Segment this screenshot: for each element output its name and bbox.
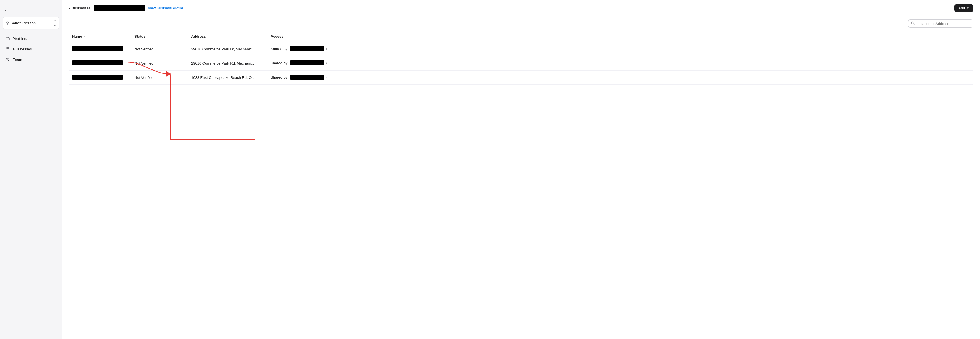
add-button-label: Add bbox=[958, 6, 965, 10]
header-title-bar: View Business Profile bbox=[94, 5, 951, 11]
cell-address-1: 29010 Commerce Park Dr, Mechanic... bbox=[188, 42, 268, 56]
col-status-label: Status bbox=[134, 34, 146, 38]
back-arrow-icon: ‹ bbox=[69, 6, 71, 11]
add-button[interactable]: Add ▼ bbox=[955, 4, 973, 12]
address-text-2: 29010 Commerce Park Rd, Mechani... bbox=[191, 61, 254, 65]
apple-icon:  bbox=[5, 6, 6, 12]
address-text-1: 29010 Commerce Park Dr, Mechanic... bbox=[191, 47, 255, 51]
cell-name-2 bbox=[69, 56, 132, 71]
svg-point-5 bbox=[6, 47, 6, 48]
header: ‹ Businesses View Business Profile Add ▼ bbox=[62, 0, 980, 16]
chevron-down-icon: ⌃⌄ bbox=[54, 19, 56, 27]
sidebar-item-team-label: Team bbox=[13, 57, 22, 62]
svg-line-11 bbox=[914, 24, 915, 25]
shared-by-text-2: Shared by bbox=[270, 61, 287, 65]
table-container: Name ↑ Status Address Access bbox=[62, 31, 980, 339]
cell-status-2: Not Verified bbox=[132, 56, 188, 71]
apple-logo-area:  bbox=[0, 3, 62, 16]
location-picker[interactable]: ⚲ Select Location ⌃⌄ bbox=[3, 17, 59, 29]
table-body: Not Verified 29010 Commerce Park Dr, Mec… bbox=[69, 42, 973, 85]
business-name-redacted bbox=[94, 5, 145, 11]
name-redacted-2 bbox=[72, 60, 123, 65]
cell-access-3: Shared by › bbox=[268, 71, 973, 84]
table-row: Not Verified 1038 East Chesapeake Beach … bbox=[69, 71, 973, 85]
view-business-profile-link[interactable]: View Business Profile bbox=[148, 6, 183, 10]
svg-point-7 bbox=[6, 49, 6, 50]
sidebar:  ⚲ Select Location ⌃⌄ Yext Inc. bbox=[0, 0, 62, 339]
svg-point-9 bbox=[8, 58, 10, 59]
cell-address-2: 29010 Commerce Park Rd, Mechani... bbox=[188, 56, 268, 71]
shared-by-text-1: Shared by bbox=[270, 47, 287, 51]
location-icon: ⚲ bbox=[6, 21, 9, 25]
location-picker-label: Select Location bbox=[11, 21, 52, 25]
cell-name-3 bbox=[69, 71, 132, 85]
sidebar-item-yext-label: Yext Inc. bbox=[13, 37, 27, 41]
access-redacted-1 bbox=[290, 46, 324, 51]
access-redacted-3 bbox=[290, 75, 324, 80]
row-chevron-1[interactable]: › bbox=[326, 46, 327, 51]
table-row: Not Verified 29010 Commerce Park Dr, Mec… bbox=[69, 42, 973, 56]
col-status: Status bbox=[132, 31, 188, 42]
shared-by-text-3: Shared by bbox=[270, 75, 287, 80]
status-label-3: Not Verified bbox=[134, 75, 153, 80]
cell-access-1: Shared by › bbox=[268, 42, 973, 55]
main-content: ‹ Businesses View Business Profile Add ▼ bbox=[62, 0, 980, 339]
svg-point-6 bbox=[6, 48, 6, 49]
cell-address-3: 1038 East Chesapeake Beach Rd, O... bbox=[188, 71, 268, 85]
sort-asc-icon: ↑ bbox=[84, 35, 86, 38]
back-label: Businesses bbox=[72, 6, 91, 10]
briefcase-icon bbox=[5, 36, 10, 41]
list-icon bbox=[5, 46, 10, 52]
back-button[interactable]: ‹ Businesses bbox=[69, 6, 91, 11]
sidebar-item-team[interactable]: Team bbox=[2, 55, 60, 65]
locations-table: Name ↑ Status Address Access bbox=[69, 31, 973, 85]
sidebar-item-yext[interactable]: Yext Inc. bbox=[2, 34, 60, 44]
row-chevron-2[interactable]: › bbox=[326, 60, 327, 65]
search-box[interactable] bbox=[908, 19, 973, 28]
table-header: Name ↑ Status Address Access bbox=[69, 31, 973, 42]
name-redacted-3 bbox=[72, 75, 123, 80]
col-address-label: Address bbox=[191, 34, 206, 38]
name-redacted-1 bbox=[72, 46, 123, 51]
people-icon bbox=[5, 57, 10, 62]
col-name[interactable]: Name ↑ bbox=[69, 31, 132, 42]
col-access-label: Access bbox=[270, 34, 283, 38]
status-label-2: Not Verified bbox=[134, 61, 153, 65]
table-wrapper: Name ↑ Status Address Access bbox=[62, 31, 980, 339]
col-name-label: Name bbox=[72, 34, 82, 38]
table-row: Not Verified 29010 Commerce Park Rd, Mec… bbox=[69, 56, 973, 71]
row-chevron-3[interactable]: › bbox=[326, 75, 327, 80]
status-label-1: Not Verified bbox=[134, 47, 153, 51]
cell-status-1: Not Verified bbox=[132, 42, 188, 56]
address-text-3: 1038 East Chesapeake Beach Rd, O... bbox=[191, 75, 255, 80]
search-input[interactable] bbox=[916, 22, 970, 26]
cell-access-2: Shared by › bbox=[268, 56, 973, 70]
search-icon bbox=[911, 21, 915, 26]
toolbar bbox=[62, 16, 980, 31]
cell-name-1 bbox=[69, 42, 132, 56]
svg-point-8 bbox=[6, 58, 8, 59]
sidebar-item-businesses-label: Businesses bbox=[13, 47, 32, 51]
sidebar-item-businesses[interactable]: Businesses bbox=[2, 44, 60, 54]
cell-status-3: Not Verified bbox=[132, 71, 188, 85]
col-access: Access bbox=[268, 31, 973, 42]
access-redacted-2 bbox=[290, 60, 324, 65]
sidebar-nav: Yext Inc. Businesses bbox=[0, 34, 62, 65]
add-dropdown-arrow-icon: ▼ bbox=[966, 6, 969, 10]
col-address: Address bbox=[188, 31, 268, 42]
